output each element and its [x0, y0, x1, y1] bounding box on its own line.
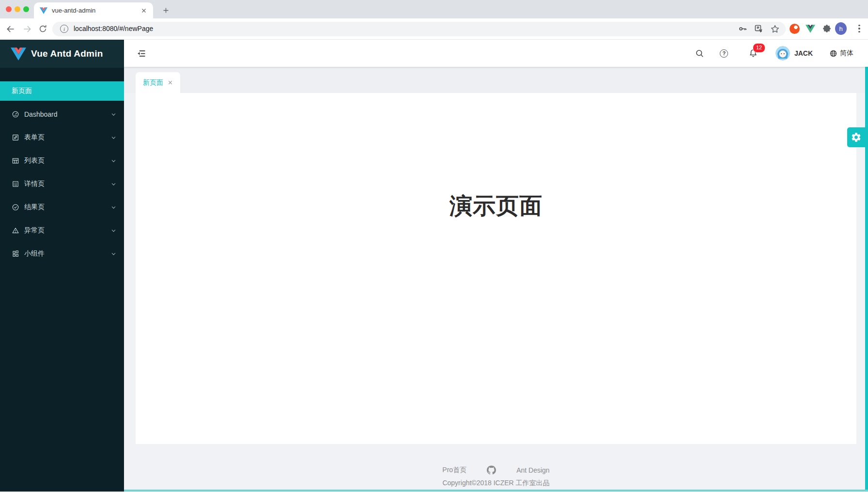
help-icon[interactable]: ? — [719, 48, 729, 58]
forward-icon[interactable] — [22, 24, 32, 34]
tab-close-icon[interactable] — [140, 6, 148, 15]
block-icon — [12, 250, 19, 258]
chevron-down-icon — [111, 135, 116, 140]
sidebar-item-active[interactable]: 新页面 — [0, 81, 124, 101]
page-title: 演示页面 — [136, 93, 856, 221]
chevron-down-icon — [111, 112, 116, 117]
sidebar-item-结果页[interactable]: 结果页 — [0, 198, 124, 217]
extension-orange-icon[interactable] — [789, 23, 800, 34]
language-switcher[interactable]: 简体 — [829, 49, 853, 58]
window-close-button[interactable] — [6, 6, 12, 12]
language-label: 简体 — [840, 49, 853, 58]
search-icon[interactable] — [695, 48, 705, 58]
main-area: ? 12 — [124, 40, 868, 492]
page-tab-active[interactable]: 新页面 — [136, 72, 180, 93]
chevron-down-icon — [111, 158, 116, 164]
browser-tabstrip: vue-antd-admin — [0, 0, 868, 18]
table-icon — [12, 157, 19, 165]
settings-drawer-bottom-edge — [124, 490, 868, 492]
url-text[interactable]: localhost:8080/#/newPage — [74, 25, 153, 32]
window-zoom-button[interactable] — [23, 6, 29, 12]
chevron-down-icon — [111, 182, 116, 187]
username-label[interactable]: JACK — [794, 49, 813, 57]
password-key-icon[interactable] — [738, 24, 748, 34]
settings-drawer-edge — [865, 40, 868, 492]
notification-bell-icon[interactable]: 12 — [748, 48, 758, 58]
footer-links: Pro首页Ant Design — [442, 465, 549, 475]
page-tabbar: 新页面 — [124, 67, 868, 93]
sidebar-menu: 新页面 Dashboard 表单页 列表页 详情页 结果页 — [0, 68, 124, 267]
vue-logo-icon — [11, 47, 26, 61]
browser-profile-avatar[interactable]: h — [835, 23, 847, 34]
browser-menu-icon[interactable] — [853, 23, 865, 34]
extensions-puzzle-icon[interactable] — [821, 23, 833, 34]
menu-fold-icon[interactable] — [137, 48, 146, 58]
site-info-icon[interactable]: i — [60, 25, 68, 33]
address-bar[interactable]: i localhost:8080/#/newPage — [52, 22, 786, 36]
sidebar: Vue Antd Admin 新页面 Dashboard 表单页 列表页 详情页 — [0, 40, 124, 492]
window-minimize-button[interactable] — [15, 6, 20, 12]
chevron-down-icon — [111, 251, 116, 257]
notification-badge: 12 — [753, 43, 765, 53]
new-tab-button[interactable] — [160, 4, 171, 16]
bookmark-star-icon[interactable] — [770, 24, 780, 34]
reload-icon[interactable] — [38, 24, 48, 34]
vue-devtools-icon[interactable] — [805, 23, 816, 34]
globe-icon — [829, 49, 837, 58]
sidebar-item-异常页[interactable]: 异常页 — [0, 221, 124, 240]
github-icon[interactable] — [487, 465, 496, 475]
page-content: 演示页面 — [136, 93, 856, 444]
profile-icon — [12, 180, 19, 188]
browser-urlbar: i localhost:8080/#/newPage — [0, 18, 868, 40]
dashboard-icon — [12, 110, 19, 118]
sidebar-item-详情页[interactable]: 详情页 — [0, 174, 124, 194]
chevron-down-icon — [111, 228, 116, 233]
gear-icon — [851, 132, 862, 143]
footer-link[interactable]: Ant Design — [516, 466, 549, 474]
sidebar-item-小组件[interactable]: 小组件 — [0, 244, 124, 263]
page-tab-close-icon[interactable] — [168, 80, 173, 85]
app-title: Vue Antd Admin — [31, 48, 103, 59]
app-logo[interactable]: Vue Antd Admin — [0, 40, 124, 68]
back-icon[interactable] — [6, 24, 16, 34]
sidebar-item-Dashboard[interactable]: Dashboard — [0, 105, 124, 124]
warning-icon — [12, 227, 19, 234]
app-footer: Pro首页Ant Design Copyright©2018 ICZER 工作室… — [124, 444, 868, 492]
page-tab-label: 新页面 — [143, 78, 163, 87]
vue-favicon-icon — [40, 7, 47, 14]
sidebar-item-列表页[interactable]: 列表页 — [0, 151, 124, 170]
sidebar-item-表单页[interactable]: 表单页 — [0, 128, 124, 147]
user-avatar[interactable] — [775, 46, 790, 61]
footer-link[interactable]: Pro首页 — [442, 466, 466, 475]
check-circle-icon — [12, 203, 19, 211]
translate-icon[interactable] — [754, 24, 764, 34]
copyright-text: Copyright©2018 ICZER 工作室出品 — [442, 479, 549, 488]
form-icon — [12, 134, 19, 141]
app-header: ? 12 — [124, 40, 868, 67]
chevron-down-icon — [111, 205, 116, 210]
browser-tab[interactable]: vue-antd-admin — [34, 2, 153, 18]
app-window: Vue Antd Admin 新页面 Dashboard 表单页 列表页 详情页 — [0, 40, 868, 492]
settings-gear-button[interactable] — [847, 127, 865, 147]
browser-tab-title: vue-antd-admin — [52, 7, 140, 14]
